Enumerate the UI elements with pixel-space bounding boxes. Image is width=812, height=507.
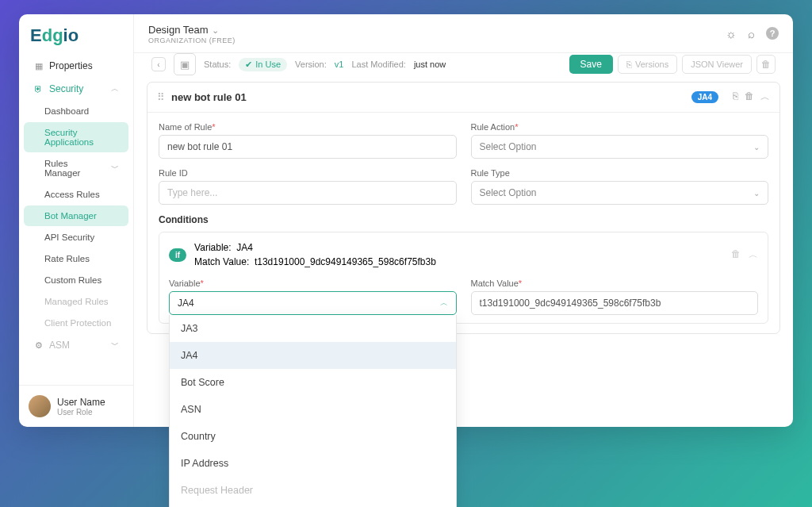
type-label: Rule Type [471, 168, 769, 178]
chevron-down-icon: ﹀ [111, 340, 119, 351]
sidebar-item-client-protection[interactable]: Client Protection [24, 313, 128, 333]
sidebar-item-custom-rules[interactable]: Custom Rules [24, 270, 128, 290]
action-select[interactable]: Select Option⌄ [471, 135, 769, 159]
sidebar-item-bot-manager[interactable]: Bot Manager [24, 205, 128, 226]
chevron-up-icon: ︿ [111, 83, 119, 94]
versions-button[interactable]: ⎘ Versions [618, 55, 677, 74]
json-viewer-button[interactable]: JSON Viewer [682, 55, 752, 74]
drag-handle-icon[interactable]: ⠿ [157, 91, 163, 103]
conditions-title: Conditions [159, 214, 768, 225]
dropdown-option-ip[interactable]: IP Address [170, 450, 456, 477]
rule-icon: ▣ [174, 53, 196, 75]
dropdown-option-country[interactable]: Country [170, 423, 456, 450]
sun-icon[interactable]: ☼ [726, 27, 737, 40]
sidebar-item-security-apps[interactable]: Security Applications [24, 122, 128, 152]
rule-panel: ⠿ new bot rule 01 JA4 ⎘ 🗑 ︿ Name of Rule… [147, 82, 780, 334]
name-label: Name of Rule* [159, 122, 457, 132]
modified-value: just now [414, 60, 446, 69]
dropdown-option-ja4[interactable]: JA4 [170, 342, 456, 369]
avatar [29, 395, 51, 417]
version-label: Version: [295, 60, 327, 69]
copy-icon[interactable]: ⎘ [733, 90, 738, 104]
user-name: User Name [57, 397, 105, 408]
label: Security [49, 83, 83, 94]
grid-icon: ▦ [33, 61, 44, 71]
team-org: ORGANIZATION (FREE) [148, 36, 236, 44]
dropdown-option-ja3[interactable]: JA3 [170, 315, 456, 342]
trash-icon[interactable]: 🗑 [731, 248, 741, 262]
chevron-down-icon: ﹀ [111, 163, 119, 174]
sidebar-item-api-security[interactable]: API Security [24, 227, 128, 248]
sidebar-item-rate-rules[interactable]: Rate Rules [24, 248, 128, 269]
match-value-label: Match Value* [471, 278, 759, 288]
condition-box: if Variable: JA4 Match Value: t13d191000… [159, 232, 768, 324]
variable-label: Variable* [169, 278, 457, 288]
modified-label: Last Modified: [351, 60, 405, 69]
condition-summary: Variable: JA4 Match Value: t13d191000_9d… [194, 240, 436, 269]
dropdown-option-request-query[interactable]: Request Query [170, 504, 456, 507]
sidebar-item-managed-rules[interactable]: Managed Rules [24, 291, 128, 312]
chevron-up-icon[interactable]: ︿ [760, 90, 770, 104]
variable-select[interactable]: JA4︿ [169, 291, 457, 315]
panel-title: new bot rule 01 [171, 91, 247, 103]
if-badge: if [169, 248, 186, 262]
label: Properties [49, 60, 93, 71]
logo: Edgio [19, 14, 133, 54]
gear-icon: ⚙ [33, 340, 44, 351]
trash-icon[interactable]: 🗑 [745, 90, 754, 104]
dropdown-option-bot-score[interactable]: Bot Score [170, 369, 456, 396]
match-value-input[interactable] [471, 291, 759, 315]
label: ASM [49, 340, 70, 351]
sidebar-item-rules-manager[interactable]: Rules Manager﹀ [24, 153, 128, 183]
save-button[interactable]: Save [569, 55, 613, 74]
name-input[interactable] [159, 135, 457, 159]
topbar: Design Team ⌄ ORGANIZATION (FREE) ☼ ⌕ ? [134, 14, 793, 53]
id-label: Rule ID [159, 168, 457, 178]
chevron-up-icon[interactable]: ︿ [749, 248, 758, 262]
action-label: Rule Action* [471, 122, 769, 132]
version-value[interactable]: v1 [335, 60, 344, 69]
sidebar-item-properties[interactable]: ▦ Properties [24, 55, 128, 77]
sidebar-item-access-rules[interactable]: Access Rules [24, 184, 128, 205]
user-role: User Role [57, 408, 105, 417]
sidebar: Edgio ▦ Properties ⛨ Security ︿ Dashboar… [19, 14, 134, 427]
back-button[interactable]: ‹ [151, 57, 166, 71]
user-box[interactable]: User Name User Role [19, 385, 133, 427]
help-icon[interactable]: ? [766, 27, 779, 40]
dropdown-option-request-header[interactable]: Request Header [170, 477, 456, 504]
delete-icon[interactable]: 🗑 [756, 55, 776, 74]
shield-icon: ⛨ [33, 84, 44, 94]
id-input[interactable] [159, 181, 457, 205]
team-name[interactable]: Design Team [148, 24, 209, 36]
ja4-badge: JA4 [691, 91, 718, 103]
status-badge: ✔ In Use [239, 58, 287, 71]
type-select[interactable]: Select Option⌄ [471, 181, 769, 205]
variable-dropdown: JA3 JA4 Bot Score ASN Country IP Address… [169, 315, 457, 507]
status-label: Status: [204, 60, 231, 69]
sidebar-item-dashboard[interactable]: Dashboard [24, 101, 128, 121]
sidebar-item-asm[interactable]: ⚙ ASM ﹀ [24, 334, 128, 356]
search-icon[interactable]: ⌕ [748, 27, 755, 40]
sidebar-item-security[interactable]: ⛨ Security ︿ [24, 78, 128, 100]
dropdown-option-asn[interactable]: ASN [170, 396, 456, 423]
